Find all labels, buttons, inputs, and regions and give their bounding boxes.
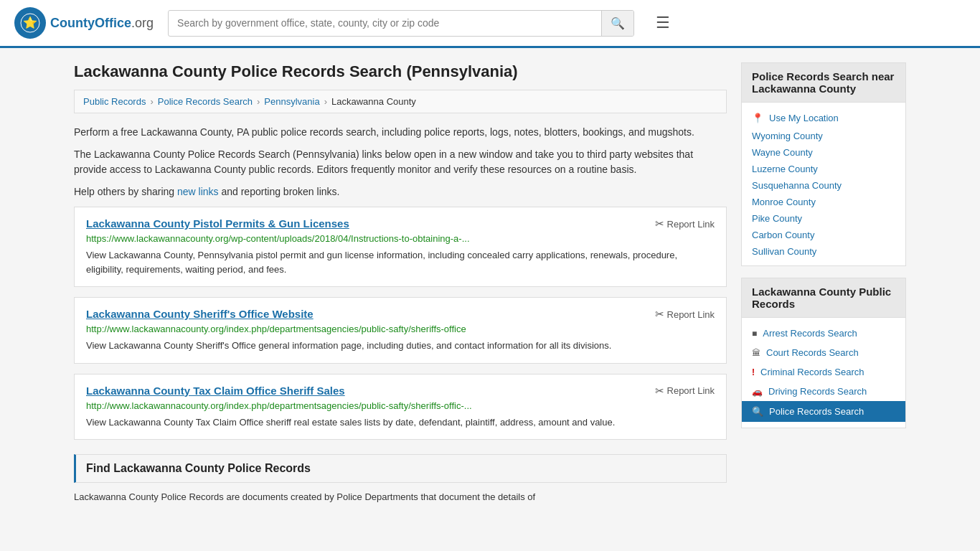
main-column: Lackawanna County Police Records Search … <box>74 62 727 504</box>
desc-para-1: Perform a free Lackawanna County, PA pub… <box>74 125 727 140</box>
location-pin-icon: 📍 <box>752 113 763 123</box>
content-wrap: Lackawanna County Police Records Search … <box>60 48 920 519</box>
search-button[interactable]: 🔍 <box>601 11 633 36</box>
result-url-2[interactable]: http://www.lackawannacounty.org/index.ph… <box>86 324 715 334</box>
page-title: Lackawanna County Police Records Search … <box>74 62 727 81</box>
pr-arrest-records[interactable]: ■ Arrest Records Search <box>742 324 905 343</box>
result-card-2: Lackawanna County Sheriff's Office Websi… <box>74 297 727 364</box>
pr-police-records[interactable]: 🔍 Police Records Search <box>742 401 905 422</box>
find-section-heading: Find Lackawanna County Police Records <box>74 454 727 483</box>
report-icon-3: ✂ <box>655 385 664 397</box>
sidebar-luzerne-county[interactable]: Luzerne County <box>742 161 905 177</box>
hamburger-menu-icon[interactable]: ☰ <box>656 14 670 32</box>
sidebar-pike-county[interactable]: Pike County <box>742 210 905 227</box>
breadcrumb-sep-1: › <box>150 96 153 107</box>
breadcrumb-current: Lackawanna County <box>331 96 416 107</box>
logo[interactable]: ⭐ CountyOffice.org <box>14 7 154 39</box>
use-location-link[interactable]: Use My Location <box>769 113 839 123</box>
result-desc-2: View Lackawanna County Sheriff's Office … <box>86 339 715 353</box>
public-records-box: Lackawanna County Public Records ■ Arres… <box>741 278 906 428</box>
court-records-icon: 🏛 <box>752 348 760 358</box>
public-records-list: ■ Arrest Records Search 🏛 Court Records … <box>742 318 905 428</box>
police-records-icon: 🔍 <box>752 406 763 417</box>
sidebar-wayne-county[interactable]: Wayne County <box>742 144 905 161</box>
new-links-link[interactable]: new links <box>177 186 219 197</box>
pr-criminal-records[interactable]: ! Criminal Records Search <box>742 362 905 382</box>
sidebar-wyoming-county[interactable]: Wyoming County <box>742 128 905 144</box>
result-header-1: Lackawanna County Pistol Permits & Gun L… <box>86 217 715 230</box>
desc-para-3: Help others by sharing new links and rep… <box>74 184 727 199</box>
search-bar: 🔍 <box>168 10 634 37</box>
arrest-records-icon: ■ <box>752 329 757 339</box>
breadcrumb: Public Records › Police Records Search ›… <box>74 90 727 113</box>
pr-driving-records[interactable]: 🚗 Driving Records Search <box>742 382 905 401</box>
result-header-2: Lackawanna County Sheriff's Office Websi… <box>86 308 715 321</box>
result-url-3[interactable]: http://www.lackawannacounty.org/index.ph… <box>86 400 715 411</box>
result-header-3: Lackawanna County Tax Claim Office Sheri… <box>86 385 715 397</box>
report-icon-1: ✂ <box>655 217 664 230</box>
nearby-counties-title: Police Records Search near Lackawanna Co… <box>742 63 905 103</box>
desc-para-2: The Lackawanna County Police Records Sea… <box>74 147 727 177</box>
breadcrumb-sep-3: › <box>324 96 327 107</box>
result-url-1[interactable]: https://www.lackawannacounty.org/wp-cont… <box>86 233 715 244</box>
sidebar-sullivan-county[interactable]: Sullivan County <box>742 243 905 260</box>
result-title-3[interactable]: Lackawanna County Tax Claim Office Sheri… <box>86 385 345 397</box>
find-section-text: Lackawanna County Police Records are doc… <box>74 490 727 504</box>
nearby-counties-box: Police Records Search near Lackawanna Co… <box>741 62 906 266</box>
sidebar-carbon-county[interactable]: Carbon County <box>742 227 905 243</box>
pr-court-records[interactable]: 🏛 Court Records Search <box>742 343 905 362</box>
breadcrumb-pennsylvania[interactable]: Pennsylvania <box>264 96 319 107</box>
report-link-3[interactable]: ✂ Report Link <box>655 385 715 397</box>
breadcrumb-sep-2: › <box>257 96 260 107</box>
breadcrumb-police-records-search[interactable]: Police Records Search <box>158 96 253 107</box>
result-desc-3: View Lackawanna County Tax Claim Office … <box>86 415 715 430</box>
sidebar-monroe-county[interactable]: Monroe County <box>742 194 905 210</box>
result-title-1[interactable]: Lackawanna County Pistol Permits & Gun L… <box>86 217 349 230</box>
sidebar: Police Records Search near Lackawanna Co… <box>741 62 906 504</box>
public-records-title: Lackawanna County Public Records <box>742 278 905 318</box>
logo-text: CountyOffice.org <box>50 16 154 31</box>
logo-icon: ⭐ <box>14 7 46 39</box>
sidebar-susquehanna-county[interactable]: Susquehanna County <box>742 177 905 194</box>
breadcrumb-public-records[interactable]: Public Records <box>83 96 146 107</box>
svg-text:⭐: ⭐ <box>23 16 37 29</box>
result-card-1: Lackawanna County Pistol Permits & Gun L… <box>74 207 727 287</box>
result-card-3: Lackawanna County Tax Claim Office Sheri… <box>74 374 727 441</box>
driving-records-icon: 🚗 <box>752 387 763 397</box>
search-input[interactable] <box>169 11 601 34</box>
result-title-2[interactable]: Lackawanna County Sheriff's Office Websi… <box>86 308 314 320</box>
result-desc-1: View Lackawanna County, Pennsylvania pis… <box>86 248 715 276</box>
criminal-records-icon: ! <box>752 367 755 377</box>
header: ⭐ CountyOffice.org 🔍 ☰ <box>0 0 980 48</box>
report-link-2[interactable]: ✂ Report Link <box>655 308 715 321</box>
use-location-item[interactable]: 📍 Use My Location <box>742 108 905 128</box>
report-icon-2: ✂ <box>655 308 664 321</box>
report-link-1[interactable]: ✂ Report Link <box>655 217 715 230</box>
nearby-counties-list: 📍 Use My Location Wyoming County Wayne C… <box>742 103 905 265</box>
